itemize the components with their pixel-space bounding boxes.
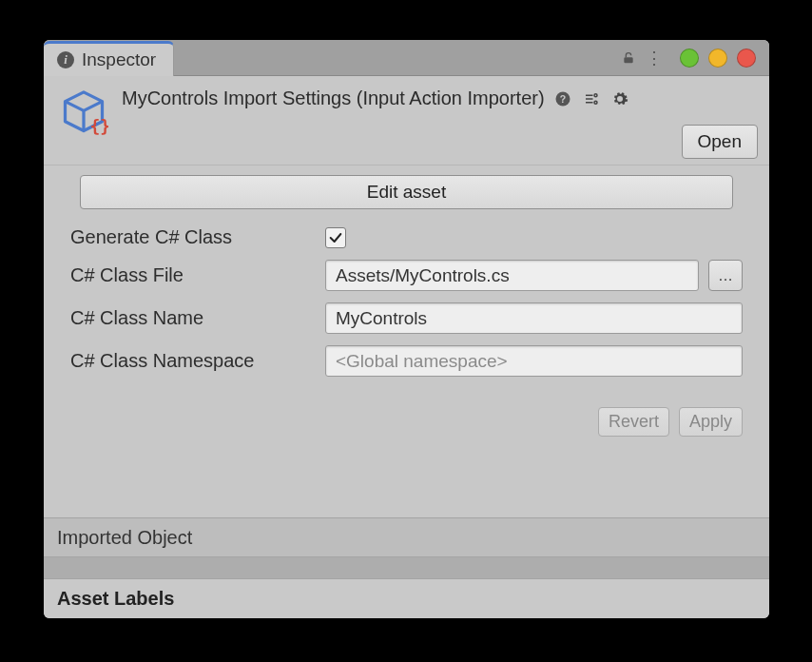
class-namespace-input[interactable]: <Global namespace> xyxy=(325,345,743,377)
open-button[interactable]: Open xyxy=(682,125,758,159)
inspector-header: {} MyControls Import Settings (Input Act… xyxy=(44,76,769,166)
svg-point-5 xyxy=(594,101,597,104)
lock-icon[interactable] xyxy=(621,50,636,66)
kebab-icon[interactable]: ⋮ xyxy=(646,49,663,67)
asset-type-icon: {} xyxy=(59,88,108,137)
svg-point-4 xyxy=(594,93,597,96)
class-file-label: C# Class File xyxy=(70,264,316,286)
close-button[interactable] xyxy=(737,49,756,68)
browse-file-button[interactable]: … xyxy=(708,260,743,291)
inspector-body: Edit asset Generate C# Class C# Class Fi… xyxy=(44,175,769,377)
class-namespace-label: C# Class Namespace xyxy=(70,350,316,372)
asset-labels-section[interactable]: Asset Labels xyxy=(44,578,769,618)
maximize-button[interactable] xyxy=(708,49,727,68)
svg-text:?: ? xyxy=(559,92,565,104)
class-name-input[interactable]: MyControls xyxy=(325,302,743,334)
inspector-title: MyControls Import Settings (Input Action… xyxy=(122,88,545,109)
generate-class-checkbox[interactable] xyxy=(325,227,346,248)
generate-class-label: Generate C# Class xyxy=(70,226,316,248)
inspector-window: i Inspector ⋮ xyxy=(44,40,769,618)
apply-button[interactable]: Apply xyxy=(679,407,743,437)
minimize-button[interactable] xyxy=(680,49,699,68)
window-traffic-lights xyxy=(680,49,756,68)
help-icon[interactable]: ? xyxy=(554,90,571,107)
tab-strip: i Inspector ⋮ xyxy=(44,40,769,76)
gear-icon[interactable] xyxy=(611,90,628,107)
tab-inspector[interactable]: i Inspector xyxy=(44,41,174,76)
info-icon: i xyxy=(57,51,74,68)
imported-object-section[interactable]: Imported Object xyxy=(44,517,769,557)
class-file-input[interactable]: Assets/MyControls.cs xyxy=(325,260,699,291)
tab-right-controls: ⋮ xyxy=(621,40,769,75)
svg-text:{}: {} xyxy=(90,116,109,136)
asset-labels-label: Asset Labels xyxy=(57,588,174,610)
revert-button[interactable]: Revert xyxy=(598,407,669,437)
footer-buttons: Revert Apply xyxy=(44,388,769,437)
section-gap xyxy=(44,557,769,578)
svg-rect-0 xyxy=(624,57,632,63)
imported-object-label: Imported Object xyxy=(57,527,192,549)
edit-asset-button[interactable]: Edit asset xyxy=(80,175,733,209)
class-name-label: C# Class Name xyxy=(70,307,316,329)
tab-label: Inspector xyxy=(82,49,156,70)
presets-icon[interactable] xyxy=(583,90,600,107)
